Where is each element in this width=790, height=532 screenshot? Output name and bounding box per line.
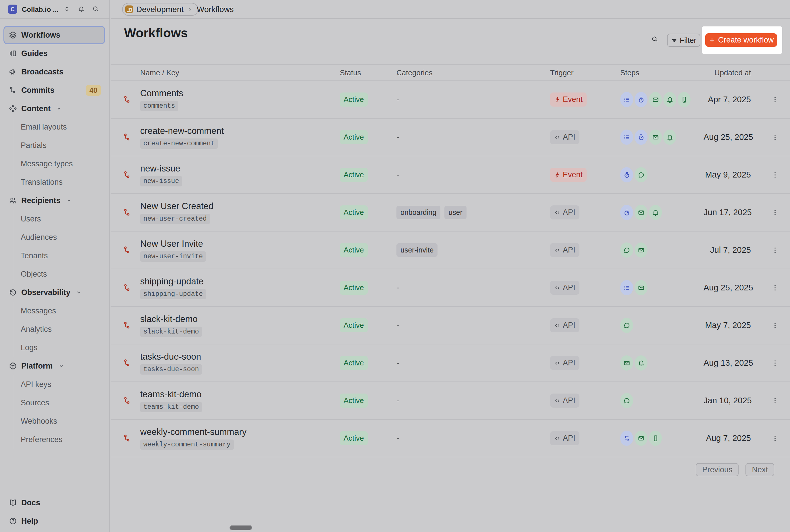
updated-at: May 7, 2025 [704,321,751,330]
layers-icon [8,31,17,39]
status-cell: Active [340,205,397,220]
sidebar-item-commits[interactable]: Commits40 [0,81,110,99]
topbar: Development Workflows [111,0,790,19]
sidebar-item-workflows[interactable]: Workflows [3,26,105,44]
table-row[interactable]: New User Creatednew-user-createdActiveon… [111,194,790,231]
kebab-menu-icon[interactable] [771,246,779,254]
sidebar-item-api-keys[interactable]: API keys [13,375,110,394]
sidebar-item-content[interactable]: Content [0,99,110,118]
create-workflow-button[interactable]: Create workflow [705,33,777,47]
trigger-badge: API [550,431,579,445]
status-badge: Active [340,431,368,445]
trigger-badge: Event [550,168,586,182]
updated-at: Jan 10, 2025 [704,396,751,405]
column-updated-at: Updated at [704,69,751,77]
categories-empty: - [397,170,399,179]
sidebar-item-help[interactable]: Help [0,512,110,530]
table-row[interactable]: create-new-commentcreate-new-commentActi… [111,119,790,156]
sidebar-item-translations[interactable]: Translations [13,173,110,191]
bolt-icon [554,172,560,178]
trigger-cell: API [550,205,620,220]
previous-button[interactable]: Previous [696,463,738,476]
table-row[interactable]: new-issuenew-issueActive-EventMay 9, 202… [111,156,790,194]
step-chat-icon [620,318,633,333]
search-icon[interactable] [92,5,100,14]
environment-switcher[interactable]: Development [122,3,198,16]
sidebar-item-observability[interactable]: Observability [0,283,110,302]
kebab-menu-icon[interactable] [771,209,779,216]
workflow-key: new-user-created [140,214,210,224]
bell-icon[interactable] [78,5,86,14]
sidebar-item-preferences[interactable]: Preferences [13,430,110,449]
sidebar-item-platform[interactable]: Platform [0,357,110,375]
table-row[interactable]: shipping-updateshipping-updateActive-API… [111,269,790,307]
table-row[interactable]: weekly-comment-summaryweekly-comment-sum… [111,420,790,457]
kebab-menu-icon[interactable] [771,434,779,442]
table-row[interactable]: CommentscommentsActive-EventApr 7, 2025 [111,81,790,119]
sidebar-item-label: Translations [21,178,63,187]
kebab-menu-icon[interactable] [771,397,779,405]
sidebar-item-label: Users [21,214,41,224]
name-key-cell: New User Creatednew-user-created [140,201,340,224]
next-button[interactable]: Next [746,463,774,476]
sidebar-item-guides[interactable]: Guides [0,44,110,63]
status-cell: Active [340,243,397,257]
trigger-label: API [563,434,575,443]
steps-cell [620,318,704,333]
step-email-icon [620,355,633,370]
name-key-cell: create-new-commentcreate-new-comment [140,126,340,149]
sidebar-item-users[interactable]: Users [13,210,110,228]
sidebar-item-analytics[interactable]: Analytics [13,320,110,338]
table-row[interactable]: teams-kit-demoteams-kit-demoActive-APIJa… [111,382,790,420]
sidebar-item-email-layouts[interactable]: Email layouts [13,118,110,136]
filter-button[interactable]: Filter [667,34,700,47]
kebab-menu-icon[interactable] [771,359,779,367]
kebab-menu-icon[interactable] [771,284,779,292]
kebab-menu-icon[interactable] [771,133,779,141]
sidebar-item-audiences[interactable]: Audiences [13,228,110,246]
categories-empty: - [397,358,399,368]
category-badge: user-invite [397,243,438,257]
users-icon [8,196,17,205]
row-menu-cell [751,171,790,179]
row-menu-cell [751,321,790,329]
sidebar-item-logs[interactable]: Logs [13,338,110,357]
sidebar-header: C Collab.io ... [0,0,110,19]
sidebar-item-label: Message types [21,159,73,168]
chevron-down-icon [55,105,63,112]
horizontal-scrollbar-thumb[interactable] [230,525,252,530]
table-row[interactable]: tasks-due-soontasks-due-soonActive-APIAu… [111,344,790,382]
sidebar-subgroup: API keysSourcesWebhooksPreferences [13,375,110,449]
updated-at: Jul 7, 2025 [704,245,751,255]
pagination: Previous Next [696,463,774,476]
step-bell-icon [663,92,676,107]
code-icon [554,247,560,253]
sidebar-item-tenants[interactable]: Tenants [13,246,110,265]
sidebar-item-recipients[interactable]: Recipients [0,191,110,210]
kebab-menu-icon[interactable] [771,96,779,104]
trigger-cell: API [550,318,620,332]
kebab-menu-icon[interactable] [771,321,779,329]
sidebar-item-message-types[interactable]: Message types [13,154,110,173]
workflow-icon [123,246,140,254]
sidebar-item-broadcasts[interactable]: Broadcasts [0,63,110,81]
org-switcher-updown-icon[interactable] [63,5,72,14]
sidebar-item-messages[interactable]: Messages [13,302,110,320]
status-badge: Active [340,318,368,332]
sidebar-item-sources[interactable]: Sources [13,394,110,412]
kebab-menu-icon[interactable] [771,171,779,179]
sidebar-item-webhooks[interactable]: Webhooks [13,412,110,430]
step-phone-icon [649,431,662,446]
status-badge: Active [340,281,368,295]
sidebar-item-docs[interactable]: Docs [0,494,110,512]
name-key-cell: slack-kit-demoslack-kit-demo [140,314,340,337]
table-row[interactable]: slack-kit-demoslack-kit-demoActive-APIMa… [111,307,790,344]
table-search-icon[interactable] [651,36,660,45]
sidebar-item-label: Recipients [21,196,61,205]
sidebar-item-objects[interactable]: Objects [13,265,110,283]
sidebar-item-label: Analytics [21,325,52,334]
table-row[interactable]: New User Invitenew-user-inviteActiveuser… [111,231,790,269]
name-key-cell: new-issuenew-issue [140,164,340,186]
sidebar-item-partials[interactable]: Partials [13,136,110,154]
step-list-icon [620,130,633,145]
